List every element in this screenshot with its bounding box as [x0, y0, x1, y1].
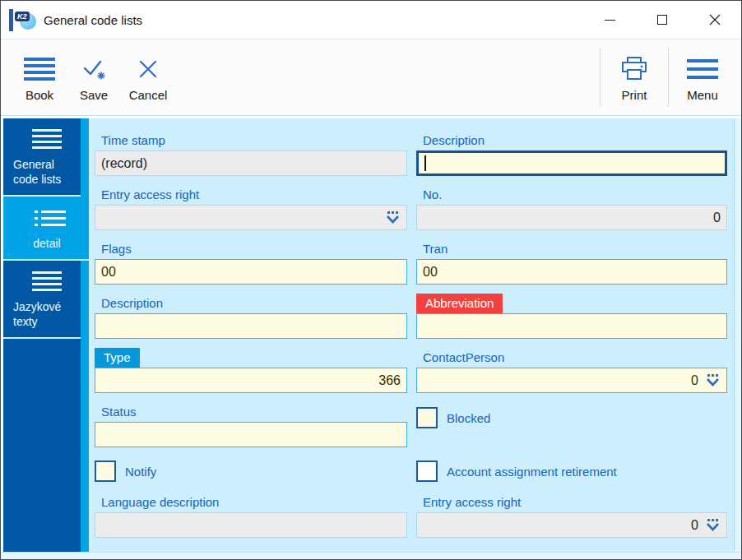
minimize-button[interactable]: [583, 1, 636, 39]
menu-button-label: Menu: [687, 88, 718, 102]
status-label: Status: [95, 404, 407, 420]
no-value: 0: [713, 211, 721, 225]
tran-value: 00: [423, 265, 438, 280]
save-button[interactable]: Save: [67, 45, 121, 109]
window-controls: [583, 1, 741, 39]
entry-access-right-header-combo[interactable]: [95, 205, 407, 230]
field-account-assignment-retirement: Account assignment retirement: [416, 460, 617, 482]
tran-label: Tran: [416, 241, 727, 257]
book-button[interactable]: Book: [12, 45, 67, 109]
language-description-label: Language description: [95, 494, 407, 511]
field-abbreviation: Abbreviation: [416, 294, 727, 339]
field-time-stamp: Time stamp (record): [95, 132, 407, 176]
detail-list-icon: [35, 211, 67, 226]
menu-icon: [687, 59, 718, 79]
description-header-input[interactable]: [416, 150, 727, 176]
flags-input[interactable]: 00: [95, 259, 407, 285]
maximize-icon: [657, 15, 667, 25]
maximize-button[interactable]: [636, 1, 689, 39]
book-button-label: Book: [26, 88, 53, 102]
print-button-label: Print: [622, 88, 647, 102]
minimize-icon: [605, 20, 615, 21]
account-assignment-retirement-label: Account assignment retirement: [447, 465, 617, 479]
field-description-detail: Description: [95, 295, 407, 339]
description-header-label: Description: [416, 132, 727, 149]
toolbar: Book Save Cancel: [1, 39, 741, 116]
abbreviation-input[interactable]: [416, 313, 727, 339]
field-entry-access-right-footer: Entry access right 0: [416, 494, 727, 538]
field-description-header: Description: [416, 132, 727, 176]
printer-icon: [619, 56, 649, 82]
text-caret: [424, 155, 426, 171]
menu-lines-icon: [22, 129, 72, 149]
entry-access-right-footer-value: 0: [691, 518, 698, 533]
field-type: Type 366: [95, 348, 407, 393]
tran-input[interactable]: 00: [416, 259, 727, 285]
k2-logo-text: K2: [15, 12, 30, 21]
sidebar: General code lists detail Jazykové texty: [3, 118, 89, 552]
cancel-button-label: Cancel: [129, 88, 168, 102]
toolbar-separator: [600, 48, 601, 107]
menu-lines-icon: [22, 271, 72, 291]
print-button[interactable]: Print: [607, 45, 661, 109]
contact-person-value: 0: [691, 373, 698, 388]
sidebar-item-general-code-lists[interactable]: General code lists: [3, 118, 81, 197]
combo-dropdown-icon[interactable]: [385, 211, 401, 224]
combo-dropdown-icon[interactable]: [705, 518, 721, 532]
time-stamp-value: (record): [101, 156, 147, 171]
field-flags: Flags 00: [95, 241, 407, 285]
contact-person-label: ContactPerson: [416, 349, 727, 366]
entry-access-right-header-label: Entry access right: [95, 187, 407, 203]
entry-access-right-footer-label: Entry access right: [416, 494, 727, 511]
sidebar-item-label: detail: [13, 236, 89, 251]
description-detail-label: Description: [95, 295, 407, 312]
save-button-label: Save: [80, 88, 108, 102]
cancel-button[interactable]: Cancel: [121, 45, 175, 109]
cancel-x-icon: [136, 57, 160, 81]
titlebar: K2 General code lists: [1, 1, 741, 39]
notify-checkbox[interactable]: [95, 460, 116, 482]
form-panel: Time stamp (record) Description Entry ac…: [89, 118, 741, 552]
field-blocked: Blocked: [416, 407, 490, 428]
combo-dropdown-icon[interactable]: [705, 373, 721, 387]
language-description-input[interactable]: [95, 512, 407, 538]
window-title: General code lists: [44, 13, 142, 27]
book-icon: [24, 58, 55, 81]
time-stamp-input[interactable]: (record): [95, 150, 407, 176]
sidebar-item-label: General code lists: [13, 157, 81, 187]
app-window: K2 General code lists Book: [0, 0, 742, 560]
type-value: 366: [378, 373, 401, 388]
field-no: No. 0: [416, 187, 727, 230]
k2-logo-badge: K2: [15, 10, 36, 30]
window-footer-strip: [1, 552, 741, 559]
close-button[interactable]: [689, 1, 741, 39]
sidebar-accent-strip: [81, 118, 89, 552]
description-detail-input[interactable]: [95, 313, 407, 339]
k2-logo-bar: [9, 9, 13, 31]
field-language-description: Language description: [95, 494, 407, 538]
account-assignment-retirement-checkbox[interactable]: [416, 460, 438, 482]
no-input[interactable]: 0: [416, 205, 727, 230]
type-input[interactable]: 366: [95, 368, 407, 393]
k2-app-icon: K2: [9, 9, 36, 31]
sidebar-item-label: Jazykové texty: [13, 299, 81, 329]
save-check-icon: [78, 55, 109, 83]
field-status: Status: [95, 404, 407, 447]
sidebar-item-detail[interactable]: detail: [3, 197, 89, 261]
toolbar-separator: [668, 48, 669, 107]
contact-person-combo[interactable]: 0: [416, 368, 727, 393]
flags-value: 00: [101, 265, 116, 280]
time-stamp-label: Time stamp: [95, 132, 407, 149]
type-label-highlight: Type: [95, 348, 140, 368]
sidebar-item-jazykove-texty[interactable]: Jazykové texty: [3, 261, 81, 339]
field-entry-access-right-header: Entry access right: [95, 187, 407, 230]
menu-button[interactable]: Menu: [675, 45, 730, 109]
panel-right-edge: [734, 118, 741, 552]
flags-label: Flags: [95, 241, 407, 257]
entry-access-right-footer-combo[interactable]: 0: [416, 512, 727, 538]
blocked-label: Blocked: [447, 411, 490, 425]
content-area: General code lists detail Jazykové texty: [1, 116, 741, 552]
blocked-checkbox[interactable]: [416, 407, 438, 428]
field-notify: Notify: [95, 460, 156, 482]
status-input[interactable]: [95, 422, 407, 447]
